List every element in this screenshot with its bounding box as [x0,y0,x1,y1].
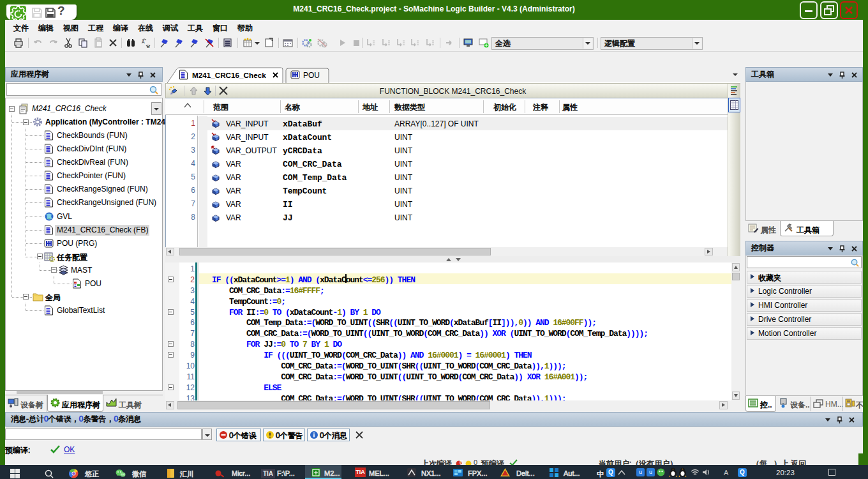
svg-text:B: B [147,44,150,49]
svg-text:A: A [142,40,145,44]
